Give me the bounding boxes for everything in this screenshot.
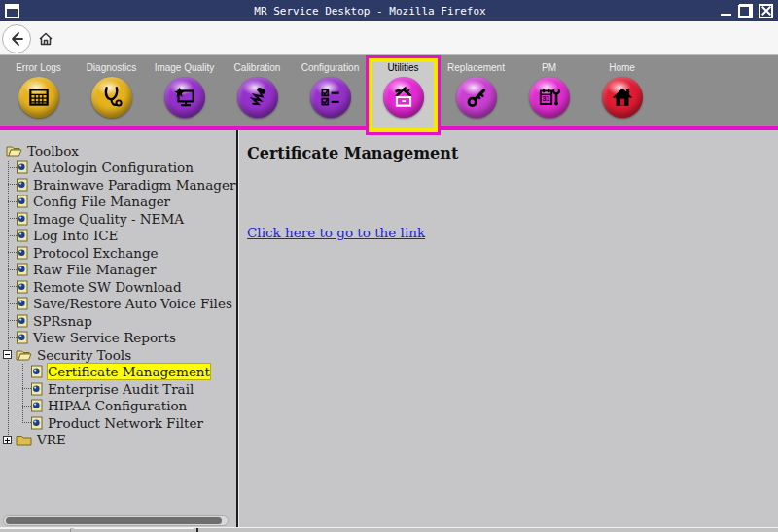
restore-icon[interactable] bbox=[738, 4, 753, 18]
window-titlebar: MR Service Desktop - Mozilla Firefox bbox=[0, 0, 778, 21]
tree-item-label: Certificate Management bbox=[48, 364, 210, 379]
tree-item-raw-file-manager[interactable]: Raw File Manager bbox=[8, 262, 236, 279]
toolbar-button-replacement[interactable]: Replacement bbox=[440, 55, 513, 130]
utilities-icon[interactable] bbox=[383, 77, 424, 118]
toolbar-button-label: Utilities bbox=[367, 62, 440, 73]
toolbar-button-diagnostics[interactable]: Diagnostics bbox=[75, 55, 148, 130]
tree-branch-line bbox=[22, 422, 31, 423]
collapse-toggle-icon[interactable] bbox=[3, 350, 12, 359]
toolbar-button-home[interactable]: Home bbox=[585, 55, 658, 130]
pm-icon[interactable]: 31 bbox=[529, 77, 570, 118]
toolbar-button-image-quality[interactable]: Image Quality bbox=[148, 55, 221, 130]
diagnostics-icon[interactable] bbox=[91, 77, 132, 118]
toolbar-button-error-logs[interactable]: Error Logs bbox=[2, 55, 75, 130]
app-toolbar: Error LogsDiagnosticsImage QualityCalibr… bbox=[0, 55, 778, 130]
toolbar-button-pm[interactable]: PM31 bbox=[513, 55, 585, 130]
document-leaf-icon bbox=[17, 229, 28, 242]
toolbar-button-configuration[interactable]: Configuration bbox=[294, 55, 367, 130]
tree-branch-line bbox=[8, 218, 17, 219]
tree-branch-line bbox=[8, 337, 17, 338]
window-menu-icon[interactable] bbox=[5, 4, 19, 18]
open-folder-icon bbox=[16, 348, 32, 361]
tree-item-image-quality-nema[interactable]: Image Quality - NEMA bbox=[8, 210, 236, 228]
back-arrow-icon[interactable] bbox=[2, 24, 31, 53]
tree-branch-line bbox=[8, 167, 17, 168]
tree-item-config-file-manager[interactable]: Config File Manager bbox=[8, 194, 236, 211]
document-leaf-icon bbox=[17, 160, 28, 174]
tree-item-label: Protocol Exchange bbox=[33, 245, 159, 261]
status-segment bbox=[74, 528, 194, 532]
toolbar-button-calibration[interactable]: Calibration bbox=[221, 55, 294, 130]
tree-branch-line bbox=[8, 184, 17, 185]
toolbar-button-label: PM bbox=[513, 62, 585, 73]
tree-item-protocol-exchange[interactable]: Protocol Exchange bbox=[8, 244, 236, 262]
image-quality-icon[interactable] bbox=[164, 77, 205, 118]
tree-item-autologin-configuration[interactable]: Autologin Configuration bbox=[8, 160, 236, 177]
document-leaf-icon bbox=[17, 178, 28, 192]
tree-branch-line bbox=[8, 252, 17, 253]
tree-item-label: Image Quality - NEMA bbox=[33, 211, 184, 227]
document-leaf-icon bbox=[31, 365, 43, 378]
toolbar-button-label: Home bbox=[585, 62, 658, 73]
tree-item-enterprise-audit-trail[interactable]: Enterprise Audit Trail bbox=[22, 380, 236, 398]
tree-item-label: SPRsnap bbox=[33, 313, 92, 329]
document-leaf-icon bbox=[17, 331, 28, 344]
tree-item-label: View Service Reports bbox=[33, 330, 176, 345]
browser-toolbar bbox=[0, 21, 778, 55]
tree-item-save-restore-auto-voice-files[interactable]: Save/Restore Auto Voice Files bbox=[8, 296, 236, 313]
tree-branch-line bbox=[22, 406, 31, 407]
home-icon[interactable] bbox=[37, 30, 54, 48]
tree-branch-line bbox=[8, 269, 17, 270]
tree-item-log-into-ice[interactable]: Log Into ICE bbox=[8, 228, 236, 245]
tree-item-security-tools[interactable]: Security Tools bbox=[3, 346, 236, 364]
certificate-management-link[interactable]: Click here to go to the link bbox=[247, 225, 425, 240]
expand-toggle-icon[interactable] bbox=[3, 436, 12, 444]
page-title: Certificate Management bbox=[247, 144, 778, 162]
sidebar-tree-panel: ToolboxAutologin ConfigurationBrainwave … bbox=[0, 130, 238, 532]
document-leaf-icon bbox=[17, 263, 28, 276]
replacement-icon[interactable] bbox=[456, 77, 497, 118]
tree-item-product-network-filter[interactable]: Product Network Filter bbox=[22, 414, 236, 432]
tree-item-toolbox[interactable]: Toolbox bbox=[6, 142, 236, 160]
toolbar-button-label: Calibration bbox=[221, 62, 294, 73]
home-red-icon[interactable] bbox=[602, 77, 643, 118]
document-leaf-icon bbox=[31, 416, 43, 430]
tree-item-certificate-management[interactable]: Certificate Management bbox=[22, 364, 236, 381]
error-logs-icon[interactable] bbox=[18, 77, 59, 118]
document-leaf-icon bbox=[17, 297, 28, 310]
document-leaf-icon bbox=[17, 246, 28, 260]
toolbar-button-label: Error Logs bbox=[2, 62, 75, 73]
tree-item-sprsnap[interactable]: SPRsnap bbox=[8, 312, 236, 330]
toolbar-button-utilities[interactable]: Utilities bbox=[367, 55, 440, 130]
tree-item-label: Autologin Configuration bbox=[33, 160, 194, 175]
tree-branch-line bbox=[22, 388, 31, 389]
tree-branch-line bbox=[8, 235, 17, 236]
tree-item-label: Enterprise Audit Trail bbox=[48, 381, 194, 397]
tree-item-hipaa-configuration[interactable]: HIPAA Configuration bbox=[22, 398, 236, 415]
close-icon[interactable] bbox=[759, 4, 773, 18]
document-leaf-icon bbox=[17, 195, 28, 208]
window-title: MR Service Desktop - Mozilla Firefox bbox=[19, 5, 721, 18]
document-leaf-icon bbox=[17, 212, 28, 226]
toolbar-button-label: Replacement bbox=[440, 62, 513, 73]
calibration-icon[interactable] bbox=[237, 77, 278, 118]
tree-item-view-service-reports[interactable]: View Service Reports bbox=[8, 330, 236, 347]
tree-item-vre[interactable]: VRE bbox=[3, 432, 236, 449]
content-area: ToolboxAutologin ConfigurationBrainwave … bbox=[0, 130, 778, 532]
document-leaf-icon bbox=[17, 280, 28, 294]
open-folder-icon bbox=[6, 144, 22, 157]
tree-branch-line bbox=[8, 201, 17, 202]
tree-item-label: Toolbox bbox=[27, 143, 79, 159]
tree-branch-line bbox=[22, 372, 31, 372]
tree-item-brainwave-paradigm-manager[interactable]: Brainwave Paradigm Manager bbox=[8, 176, 236, 194]
configuration-icon[interactable] bbox=[310, 77, 351, 118]
tree-item-label: Config File Manager bbox=[33, 194, 170, 209]
status-tick bbox=[196, 528, 198, 532]
horizontal-scrollbar[interactable] bbox=[3, 515, 229, 526]
horizontal-scrollbar-thumb[interactable] bbox=[6, 517, 222, 524]
minimize-icon[interactable] bbox=[721, 4, 732, 18]
document-leaf-icon bbox=[31, 399, 43, 412]
main-panel: Certificate Management Click here to go … bbox=[238, 130, 778, 532]
tree-item-label: Raw File Manager bbox=[33, 262, 156, 277]
tree-item-remote-sw-download[interactable]: Remote SW Download bbox=[8, 278, 236, 296]
